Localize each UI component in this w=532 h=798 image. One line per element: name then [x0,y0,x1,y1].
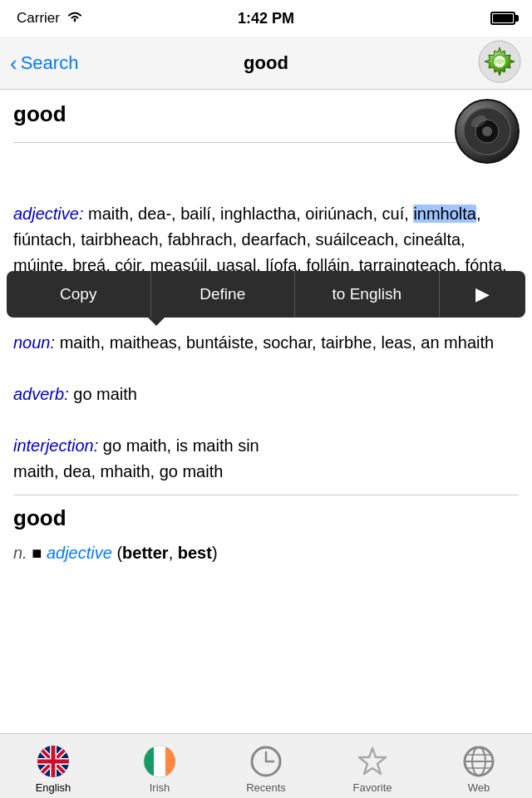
play-button[interactable]: ▶ [440,271,526,318]
adverb-label: adverb: [13,385,69,403]
word-section-1: good [0,90,532,142]
svg-rect-18 [37,760,70,764]
best-word: best [178,544,212,562]
irish-tab-label: Irish [150,781,170,794]
back-button[interactable]: ‹ Search [10,52,78,74]
paren-content: (better, best) [116,544,217,562]
nav-bar: ‹ Search good [0,37,532,90]
tab-recents[interactable]: Recents [213,738,319,794]
recents-clock-icon [249,745,283,778]
speaker-icon [454,98,520,165]
svg-rect-22 [165,745,176,778]
irish-flag-icon [143,745,176,778]
tab-english[interactable]: English [0,738,106,794]
main-content: good Copy [0,90,532,733]
adverb-text: go maith [73,385,137,403]
selected-word: inmholta [413,204,476,223]
noun-label: noun: [13,333,55,352]
copy-button[interactable]: Copy [7,271,151,318]
battery-icon [490,12,515,25]
carrier-info: Carrier [17,10,83,27]
wifi-icon [66,10,83,27]
speaker-button[interactable] [454,98,520,165]
define-button[interactable]: Define [151,271,296,318]
svg-rect-21 [154,745,165,778]
tab-web[interactable]: Web [426,738,532,794]
adjective-label: adjective: [13,204,84,223]
interjection-label: interjection: [13,436,98,455]
english-flag-icon [37,745,70,778]
nav-title: good [244,37,288,90]
tab-irish[interactable]: Irish [106,738,213,794]
chevron-left-icon: ‹ [10,52,17,74]
web-tab-label: Web [468,781,490,794]
favorite-tab-label: Favorite [353,781,392,794]
status-time: 1:42 PM [238,10,294,27]
context-menu: Copy Define to English ▶ [7,271,525,318]
globe-icon [462,745,495,778]
english-tab-label: English [36,781,71,794]
word-section-2: good n. ■ adjective (better, best) [0,495,532,573]
type-label: adjective [47,544,112,562]
gear-icon [477,39,522,84]
svg-marker-27 [359,748,386,774]
settings-button[interactable] [477,39,522,87]
carrier-label: Carrier [17,10,60,27]
tab-favorite[interactable]: Favorite [319,738,426,794]
svg-point-7 [482,126,492,136]
to-english-button[interactable]: to English [295,271,440,318]
back-label: Search [21,52,79,74]
pos-label: n. [13,544,27,562]
entry-1-text: adjective: maith, dea-, bailí, inghlacth… [0,143,532,495]
word-heading-1: good [13,101,519,127]
status-bar: Carrier 1:42 PM [0,0,532,37]
word-heading-2: good [13,505,519,531]
better-word: better [122,544,169,562]
recents-tab-label: Recents [246,781,286,794]
entry-2-text: n. ■ adjective (better, best) [13,539,519,566]
star-icon [356,745,389,778]
noun-text: maith, maitheas, buntáiste, sochar, tair… [60,333,495,352]
battery-container [490,12,515,25]
tab-bar: English Irish Recents [0,733,532,798]
bullet-symbol: ■ [32,544,47,562]
